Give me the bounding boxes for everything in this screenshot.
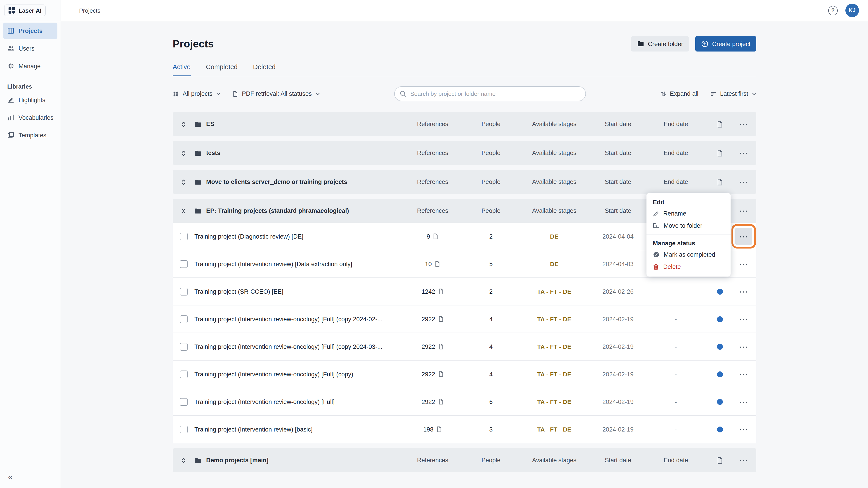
sidebar-item-users[interactable]: Users bbox=[3, 40, 57, 57]
breadcrumb[interactable]: Projects bbox=[79, 7, 100, 14]
project-menu-button[interactable]: ⋯ bbox=[735, 283, 752, 300]
users-icon bbox=[7, 45, 14, 52]
tab-active[interactable]: Active bbox=[173, 63, 191, 76]
application-window: Laser AI Projects Users Manage bbox=[0, 0, 868, 488]
expander-icon[interactable] bbox=[173, 207, 194, 215]
sidebar-item-vocabularies[interactable]: Vocabularies bbox=[3, 109, 57, 126]
row-checkbox[interactable] bbox=[180, 425, 187, 433]
app-name: Laser AI bbox=[19, 7, 41, 14]
sidebar-item-highlights[interactable]: Highlights bbox=[3, 92, 57, 108]
available-stages: TA - FT - DE bbox=[515, 371, 593, 378]
trash-icon bbox=[653, 263, 659, 270]
gear-icon bbox=[7, 62, 14, 70]
expander-icon[interactable] bbox=[173, 149, 194, 157]
folder-row[interactable]: ES References People Available stages St… bbox=[173, 112, 756, 136]
column-header-stages: Available stages bbox=[515, 121, 593, 127]
project-name[interactable]: Training project (Diagnostic review) [DE… bbox=[194, 233, 399, 240]
pdf-filter-dropdown[interactable]: PDF retrieval: All statuses bbox=[232, 90, 320, 97]
avatar[interactable]: KJ bbox=[845, 4, 859, 17]
plus-circle-icon bbox=[701, 40, 708, 47]
people-count: 3 bbox=[467, 426, 515, 433]
folder-menu-button[interactable]: ⋯ bbox=[735, 116, 752, 133]
create-project-button[interactable]: Create project bbox=[695, 36, 756, 52]
context-menu-section-edit: Edit bbox=[647, 197, 731, 207]
menu-item-mark-completed[interactable]: Mark as completed bbox=[647, 249, 731, 261]
expander-icon[interactable] bbox=[173, 178, 194, 186]
status-dot bbox=[717, 399, 723, 404]
project-name[interactable]: Training project (Intervention review) [… bbox=[194, 426, 399, 433]
end-date: - bbox=[643, 426, 709, 433]
projects-filter-dropdown[interactable]: All projects bbox=[173, 90, 221, 97]
project-name[interactable]: Training project (Intervention review-on… bbox=[194, 371, 399, 378]
start-date: 2024-02-26 bbox=[593, 288, 643, 295]
project-menu-button[interactable]: ⋯ bbox=[735, 311, 752, 328]
folder-menu-button[interactable]: ⋯ bbox=[735, 202, 752, 219]
project-name[interactable]: Training project (SR-CCEO) [EE] bbox=[194, 288, 399, 295]
sort-dropdown[interactable]: Latest first bbox=[710, 90, 756, 97]
menu-item-delete[interactable]: Delete bbox=[647, 261, 731, 273]
project-name[interactable]: Training project (Intervention review) [… bbox=[194, 260, 399, 267]
folder-icon bbox=[194, 457, 202, 464]
column-header-people: People bbox=[467, 207, 515, 214]
row-checkbox[interactable] bbox=[180, 260, 187, 268]
people-count: 6 bbox=[467, 398, 515, 405]
expander-icon[interactable] bbox=[173, 121, 194, 128]
expand-all-button[interactable]: Expand all bbox=[660, 90, 698, 97]
project-menu-button[interactable]: ⋯ bbox=[735, 255, 752, 272]
project-name[interactable]: Training project (Intervention review-on… bbox=[194, 398, 399, 405]
row-checkbox[interactable] bbox=[180, 232, 187, 240]
row-checkbox[interactable] bbox=[180, 370, 187, 378]
help-icon[interactable]: ? bbox=[828, 6, 838, 15]
status-dot bbox=[717, 426, 723, 432]
status-dot bbox=[717, 344, 723, 350]
sidebar-item-label: Projects bbox=[19, 27, 43, 34]
file-icon bbox=[438, 316, 444, 322]
bar-chart-icon bbox=[7, 114, 14, 121]
row-checkbox[interactable] bbox=[180, 398, 187, 405]
menu-item-move-to-folder[interactable]: Move to folder bbox=[647, 220, 731, 232]
sidebar-item-label: Templates bbox=[19, 132, 46, 138]
row-checkbox[interactable] bbox=[180, 288, 187, 295]
project-menu-button[interactable]: ⋯ bbox=[735, 365, 752, 383]
row-checkbox[interactable] bbox=[180, 343, 187, 350]
project-menu-button[interactable]: ⋯ bbox=[735, 393, 752, 410]
tabs: Active Completed Deleted bbox=[173, 63, 756, 76]
menu-item-label: Move to folder bbox=[664, 222, 702, 229]
folder-row[interactable]: tests References People Available stages… bbox=[173, 141, 756, 165]
project-menu-button[interactable]: ⋯ bbox=[735, 338, 752, 355]
workspace-switcher[interactable]: Laser AI bbox=[4, 4, 46, 16]
tab-deleted[interactable]: Deleted bbox=[253, 63, 276, 76]
project-menu-button[interactable]: ⋯ bbox=[735, 228, 752, 245]
folder-name: Demo projects [main] bbox=[206, 457, 269, 464]
menu-item-label: Mark as completed bbox=[664, 251, 715, 258]
sidebar-section-libraries: Libraries bbox=[7, 83, 61, 90]
references-count: 1242 bbox=[422, 288, 435, 295]
project-row: Training project (Intervention review-on… bbox=[173, 361, 756, 388]
column-header-references: References bbox=[399, 207, 467, 214]
available-stages: DE bbox=[515, 233, 593, 240]
file-icon bbox=[709, 178, 731, 186]
column-header-stages: Available stages bbox=[515, 457, 593, 464]
tab-completed[interactable]: Completed bbox=[206, 63, 238, 76]
project-name[interactable]: Training project (Intervention review-on… bbox=[194, 343, 399, 350]
people-count: 5 bbox=[467, 260, 515, 267]
folder-row[interactable]: Demo projects [main] References People A… bbox=[173, 448, 756, 472]
create-folder-button[interactable]: Create folder bbox=[631, 36, 689, 52]
folder-row[interactable]: Move to clients server_demo or training … bbox=[173, 170, 756, 194]
project-name[interactable]: Training project (Intervention review-on… bbox=[194, 316, 399, 322]
end-date: - bbox=[643, 371, 709, 378]
menu-item-rename[interactable]: Rename bbox=[647, 207, 731, 220]
expander-icon[interactable] bbox=[173, 457, 194, 464]
project-menu-button[interactable]: ⋯ bbox=[735, 421, 752, 438]
folder-menu-button[interactable]: ⋯ bbox=[735, 173, 752, 191]
search-input[interactable] bbox=[394, 86, 586, 101]
create-folder-label: Create folder bbox=[648, 40, 683, 47]
laser-ai-logo-icon bbox=[8, 7, 16, 14]
row-checkbox[interactable] bbox=[180, 315, 187, 323]
sidebar-item-projects[interactable]: Projects bbox=[3, 23, 57, 39]
sidebar-item-manage[interactable]: Manage bbox=[3, 58, 57, 74]
folder-menu-button[interactable]: ⋯ bbox=[735, 144, 752, 162]
sidebar-collapse-button[interactable]: « bbox=[5, 471, 15, 484]
sidebar-item-templates[interactable]: Templates bbox=[3, 127, 57, 143]
folder-menu-button[interactable]: ⋯ bbox=[735, 452, 752, 469]
